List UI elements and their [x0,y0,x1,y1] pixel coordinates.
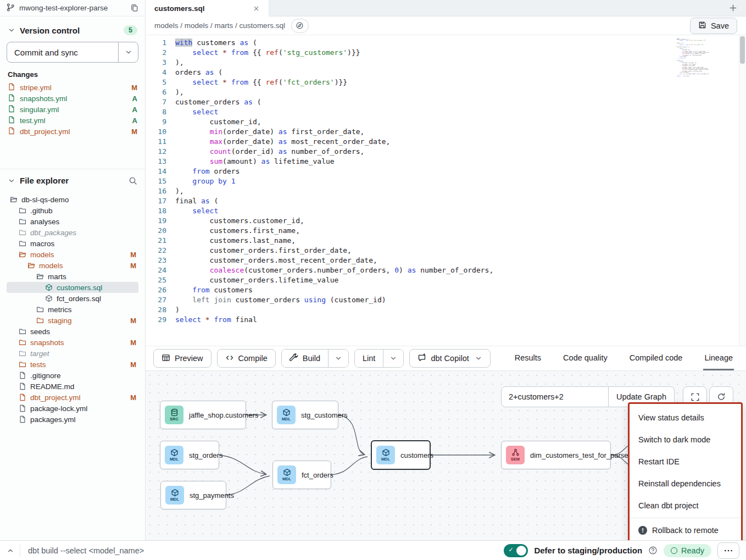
lineage-node-stg_orders[interactable]: MDLstg_orders [160,441,219,469]
preview-button[interactable]: Preview [153,349,211,368]
file-tree-item[interactable]: customers.sql [7,282,138,293]
file-tree-item[interactable]: marts [7,271,138,282]
help-icon[interactable] [648,546,658,555]
lineage-node-customers[interactable]: MDLcustomers [371,440,431,470]
editor-scrollbar[interactable] [739,35,746,346]
file-tree-item[interactable]: macros [7,238,138,249]
code-line[interactable]: customers.first_name, [175,226,746,236]
file-tree-item[interactable]: fct_orders.sql [7,293,138,304]
file-tree-item[interactable]: dbt_project.ymlM [7,392,138,403]
search-icon[interactable] [129,176,137,185]
code-line[interactable]: select [175,206,746,216]
code-line[interactable]: customer_orders.most_recent_order_date, [175,256,746,265]
file-tree-item[interactable]: target [7,348,138,359]
menu-item-clean-dbt-project[interactable]: Clean dbt project [630,495,741,517]
copy-branch-icon[interactable] [130,4,138,12]
build-button[interactable]: Build [282,350,328,367]
change-item[interactable]: snapshots.ymlA [7,93,138,104]
file-tree-item[interactable]: .gitignore [7,370,138,381]
file-tree-item[interactable]: dbt_packages [7,227,138,238]
code-line[interactable]: ) [175,305,746,315]
code-line[interactable]: ), [175,186,746,196]
code-line[interactable]: group by 1 [175,176,746,186]
code-line[interactable]: select [175,107,746,117]
menu-item-rollback-to-remote[interactable]: !Rollback to remote [630,519,741,540]
code-line[interactable]: left join customer_orders using (custome… [175,295,746,305]
save-button[interactable]: Save [690,18,737,34]
code-line[interactable]: orders as ( [175,68,746,77]
code-line[interactable]: customer_orders.first_order_date, [175,246,746,256]
close-icon[interactable] [253,5,260,12]
tab-results[interactable]: Results [514,346,542,370]
code-line[interactable]: customer_orders.lifetime_value [175,275,746,285]
scrollbar-thumb[interactable] [740,36,745,64]
code-line[interactable]: with customers as ( [175,38,746,48]
code-line[interactable]: customer_orders as ( [175,97,746,107]
file-tree-item[interactable]: package-lock.yml [7,403,138,414]
chevron-down-icon[interactable] [8,177,15,185]
code-line[interactable]: select * from final [175,315,746,325]
command-input[interactable]: dbt build --select <model_name> [28,546,144,555]
file-tree-item[interactable]: testsM [7,359,138,370]
change-item[interactable]: dbt_project.ymlM [7,126,138,137]
more-options-button[interactable] [717,542,739,559]
file-tree-item[interactable]: README.md [7,381,138,392]
code-line[interactable]: sum(amount) as lifetime_value [175,157,746,167]
code-line[interactable]: coalesce(customer_orders.number_of_order… [175,265,746,275]
change-item[interactable]: stripe.ymlM [7,82,138,93]
file-tree-item[interactable]: packages.yml [7,414,138,425]
code-line[interactable]: customer_id, [175,117,746,127]
code-line[interactable]: customers.customer_id, [175,216,746,226]
commit-and-sync-button[interactable]: Commit and sync [7,42,138,63]
code-line[interactable]: select * from {{ ref('stg_customers')}} [175,48,746,58]
code-line[interactable]: ), [175,87,746,97]
file-tree-item[interactable]: db-sl-qs-demo [7,194,138,205]
code-line[interactable]: from orders [175,167,746,176]
compile-button[interactable]: Compile [217,349,276,368]
lineage-node-stg_customers[interactable]: MDLstg_customers [272,401,338,429]
new-tab-button[interactable] [720,0,746,16]
file-tree-item[interactable]: modelsM [7,260,138,271]
build-dropdown-chevron-icon[interactable] [328,350,348,367]
code-line[interactable]: final as ( [175,196,746,206]
lineage-canvas[interactable]: SRCjaffle_shop.customersMDLstg_customers… [146,371,746,540]
menu-item-restart-ide[interactable]: Restart IDE [630,451,741,473]
code-line[interactable]: max(order_date) as most_recent_order_dat… [175,137,746,147]
code-line[interactable]: count(order_id) as number_of_orders, [175,147,746,157]
commit-dropdown-chevron-icon[interactable] [118,42,138,62]
file-tree-item[interactable]: .github [7,205,138,216]
lint-dropdown-chevron-icon[interactable] [383,350,403,367]
lint-button[interactable]: Lint [355,350,383,367]
commit-button-label[interactable]: Commit and sync [7,42,118,62]
code-editor[interactable]: 1234567891011121314151617181920212223242… [146,35,746,346]
lineage-selector-input[interactable]: 2+customers+2 [502,387,608,407]
compass-icon[interactable] [291,19,309,33]
code-line[interactable]: ), [175,58,746,68]
code-lines[interactable]: with customers as ( select * from {{ ref… [175,38,746,346]
file-tree-item[interactable]: stagingM [7,315,138,326]
menu-item-switch-to-dark-mode[interactable]: Switch to dark mode [630,429,741,451]
file-tree-item[interactable]: snapshotsM [7,337,138,348]
file-tree-item[interactable]: modelsM [7,249,138,260]
tab-code-quality[interactable]: Code quality [562,346,609,370]
tab-lineage[interactable]: Lineage [703,346,734,370]
tab-compiled-code[interactable]: Compiled code [628,346,684,370]
file-tree-item[interactable]: analyses [7,216,138,227]
code-line[interactable]: min(order_date) as first_order_date, [175,127,746,137]
dbt-copilot-button[interactable]: dbt Copilot [409,349,490,368]
defer-toggle[interactable]: ✓ [504,544,528,557]
chevron-down-icon[interactable] [8,26,15,34]
lineage-node-jaffle_shop-customers[interactable]: SRCjaffle_shop.customers [160,401,246,429]
code-line[interactable]: from customers [175,285,746,295]
change-item[interactable]: test.ymlA [7,115,138,126]
tab-customers-sql[interactable]: customers.sql [146,0,269,17]
code-line[interactable]: customers.last_name, [175,236,746,246]
file-tree-item[interactable]: seeds [7,326,138,337]
menu-item-view-status-details[interactable]: View status details [630,407,741,429]
lineage-node-dim_customers_test_for_parse[interactable]: SEMdim_customers_test_for_parse [501,441,611,469]
change-item[interactable]: singular.ymlA [7,104,138,115]
lineage-node-fct_orders[interactable]: MDLfct_orders [272,461,331,489]
expand-panel-icon[interactable] [7,547,14,555]
file-tree-item[interactable]: metrics [7,304,138,315]
lineage-node-stg_payments[interactable]: MDLstg_payments [160,481,226,509]
